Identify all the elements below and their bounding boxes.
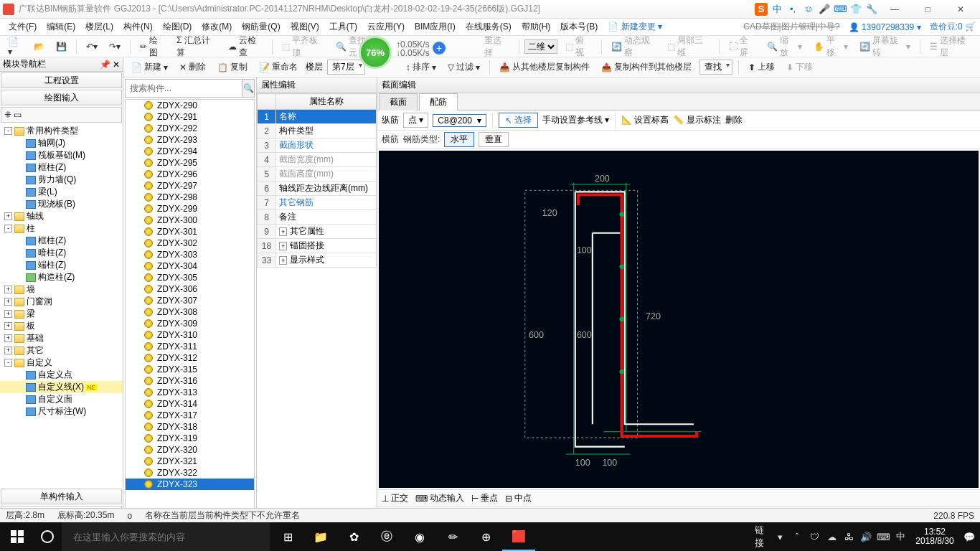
task-app-5[interactable]: ⊕	[469, 522, 502, 551]
tb-local3d[interactable]: ⬚ 局部三维	[664, 33, 713, 60]
ime-voice[interactable]: 🎤	[818, 3, 831, 16]
ime-chinese[interactable]: 中	[771, 3, 783, 16]
tree-node[interactable]: 构造柱(Z)	[0, 271, 123, 283]
tb-reselect[interactable]: 重选择	[481, 33, 512, 60]
btn-up[interactable]: ⬆ 上移	[745, 60, 778, 75]
list-item[interactable]: ZDYX-292	[126, 123, 254, 134]
prop-row[interactable]: 8备注	[258, 210, 377, 225]
tree-node[interactable]: +梁	[0, 308, 123, 320]
ime-keyboard[interactable]: ⌨	[834, 3, 847, 16]
btn-copyfrom[interactable]: 📥 从其他楼层复制构件	[496, 60, 593, 75]
prop-row[interactable]: 33+显示样式	[258, 253, 377, 268]
tree-node[interactable]: 暗柱(Z)	[0, 247, 123, 259]
tb-zoom[interactable]: 🔍 缩放 ▾	[763, 33, 805, 60]
menu-file[interactable]: 文件(F)	[4, 19, 41, 34]
btn-copy[interactable]: 📋 复制	[214, 60, 251, 75]
menu-edit[interactable]: 编辑(E)	[42, 19, 80, 34]
nav-tool2[interactable]: ▭	[14, 110, 22, 120]
close-button[interactable]: ✕	[944, 0, 977, 19]
tree-node[interactable]: +板	[0, 320, 123, 332]
list-item[interactable]: ZDYX-310	[126, 329, 254, 341]
start-button[interactable]	[0, 522, 34, 551]
manual-refline[interactable]: 手动设置参考线 ▾	[542, 114, 609, 126]
add-badge[interactable]: +	[433, 42, 446, 55]
section-canvas[interactable]: 200 120 100 600 600 720 100 100	[379, 151, 979, 488]
task-app-4[interactable]: ✏	[436, 522, 469, 551]
prop-row[interactable]: 6轴线距左边线距离(mm)	[258, 182, 377, 196]
set-label[interactable]: 📐 设置标高	[621, 114, 669, 126]
task-app-3[interactable]: ◉	[403, 522, 436, 551]
prop-row[interactable]: 7其它钢筋	[258, 196, 377, 210]
tb-flat[interactable]: ⬚ 平齐板顶	[278, 33, 328, 60]
btn-find[interactable]: 查找	[699, 60, 732, 75]
list-item[interactable]: ZDYX-293	[126, 134, 254, 146]
list-item[interactable]: ZDYX-323	[126, 479, 254, 490]
tb-cloud[interactable]: ☁ 云检查	[225, 33, 266, 60]
list-item[interactable]: ZDYX-294	[126, 146, 254, 157]
show-label[interactable]: 📏 显示标注	[673, 114, 720, 126]
prop-row[interactable]: 4截面宽度(mm)	[258, 153, 377, 167]
tree-node[interactable]: 自定义面	[0, 393, 123, 405]
taskbar-search-input[interactable]	[69, 532, 263, 542]
list-item[interactable]: ZDYX-302	[126, 237, 254, 249]
list-item[interactable]: ZDYX-315	[126, 364, 254, 375]
tray-ime[interactable]: 中	[892, 522, 908, 551]
tb-open[interactable]: 📂	[30, 40, 48, 53]
list-item[interactable]: ZDYX-316	[126, 375, 254, 387]
tab-rebar[interactable]: 配筋	[419, 93, 458, 110]
tree-node[interactable]: -柱	[0, 222, 123, 235]
tab-section[interactable]: 截面	[379, 93, 418, 110]
search-input[interactable]	[125, 79, 242, 98]
tray-up-icon[interactable]: ˆ	[789, 522, 805, 551]
btn-filter[interactable]: ▽ 过滤 ▾	[444, 60, 484, 75]
user-account[interactable]: 👤 13907298339 ▾	[849, 22, 921, 32]
prop-row[interactable]: 18+锚固搭接	[258, 239, 377, 253]
ime-punct[interactable]: •,	[786, 3, 799, 16]
ime-tool[interactable]: 🔧	[865, 3, 878, 16]
list-item[interactable]: ZDYX-314	[126, 398, 254, 410]
btn-rename[interactable]: 📝 重命名	[255, 60, 301, 75]
pin-icon[interactable]: 📌 ✕	[100, 60, 120, 70]
btn-copyto[interactable]: 📤 复制构件到其他楼层	[598, 60, 695, 75]
list-item[interactable]: ZDYX-301	[126, 226, 254, 237]
list-item[interactable]: ZDYX-312	[126, 352, 254, 364]
list-item[interactable]: ZDYX-305	[126, 272, 254, 283]
tree-node[interactable]: +其它	[0, 344, 123, 357]
nav-draw-input[interactable]: 绘图输入	[1, 90, 122, 105]
btn-down[interactable]: ⬇ 下移	[783, 60, 816, 75]
coin-balance[interactable]: 造价豆:0 🛒	[930, 21, 976, 33]
ime-skin[interactable]: 👕	[849, 3, 862, 16]
tb-dynview[interactable]: 🔄 动态观察	[608, 33, 660, 60]
tree-node[interactable]: 框柱(Z)	[0, 235, 123, 247]
task-app-edge[interactable]: ⓔ	[370, 522, 403, 551]
list-item[interactable]: ZDYX-290	[126, 100, 254, 111]
property-table[interactable]: 属性名称 1名称2构件类型3截面形状4截面宽度(mm)5截面高度(mm)6轴线距…	[257, 93, 377, 268]
tree-node[interactable]: 自定义线(X)NE	[0, 381, 123, 393]
tb-new[interactable]: 📄▾	[4, 35, 26, 58]
tree-node[interactable]: 剪力墙(Q)	[0, 174, 123, 186]
component-tree[interactable]: -常用构件类型轴网(J)筏板基础(M)框柱(Z)剪力墙(Q)梁(L)现浇板(B)…	[0, 123, 123, 488]
prop-row[interactable]: 3截面形状	[258, 138, 377, 153]
taskbar-search[interactable]	[62, 522, 270, 551]
prop-row[interactable]: 1名称	[258, 110, 377, 124]
nav-project-settings[interactable]: 工程设置	[1, 72, 122, 88]
tray-dropdown-icon[interactable]: ▾	[772, 522, 788, 551]
tray-clock[interactable]: 13:522018/8/30	[910, 527, 960, 546]
list-item[interactable]: ZDYX-313	[126, 387, 254, 398]
menu-floor[interactable]: 楼层(L)	[81, 19, 118, 34]
tree-node[interactable]: 尺寸标注(W)	[0, 405, 123, 418]
tb-rotate[interactable]: 🔄 屏幕旋转 ▾	[856, 33, 914, 60]
point-mode[interactable]: 点 ▾	[403, 113, 428, 128]
list-item[interactable]: ZDYX-309	[126, 318, 254, 329]
list-item[interactable]: ZDYX-296	[126, 169, 254, 180]
tb-pan[interactable]: ✋ 平移 ▾	[810, 33, 852, 60]
prop-row[interactable]: 5截面高度(mm)	[258, 167, 377, 182]
snap-perp[interactable]: ⊢ 垂点	[471, 492, 498, 504]
tb-selectfloor[interactable]: ☰ 选择楼层	[926, 33, 976, 60]
minimize-button[interactable]: —	[878, 0, 911, 19]
ime-emoji[interactable]: ☺	[802, 3, 815, 16]
tray-network-icon[interactable]: 🖧	[841, 522, 857, 551]
list-item[interactable]: ZDYX-304	[126, 260, 254, 272]
btn-delete[interactable]: ✕ 删除	[176, 60, 209, 75]
tree-node[interactable]: 自定义点	[0, 369, 123, 381]
